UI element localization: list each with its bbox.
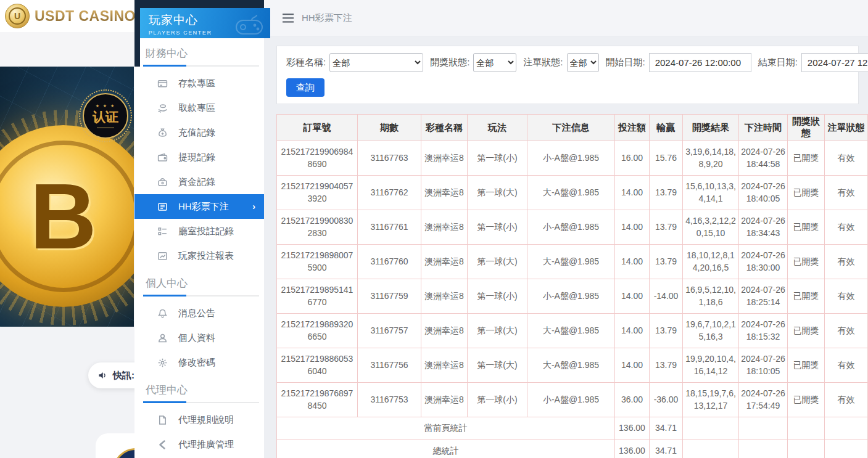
sidebar-item-label: 提現記錄: [178, 152, 215, 163]
card-icon: [157, 78, 168, 89]
summary-row: 總統計136.0034.71: [277, 440, 868, 458]
sidebar-item-withdraw-zone[interactable]: 取款專區: [134, 96, 264, 120]
summary-draw_result: [683, 417, 739, 440]
cell-order_status: 有效: [825, 279, 868, 314]
summary-label: 總統計: [277, 440, 615, 458]
table-row: 215217219900830283031167761澳洲幸运8第一球(小)小-…: [277, 210, 868, 245]
lottery-name-label: 彩種名稱:: [286, 57, 326, 68]
end-date-input[interactable]: [801, 53, 868, 72]
sidebar-item-withdraw-records[interactable]: 提現記錄: [134, 145, 264, 170]
news-ticker-label: 快訊:: [113, 370, 134, 382]
order-status-select[interactable]: 全部: [567, 53, 599, 72]
section-title: 財務中心: [134, 38, 264, 65]
cell-bet_amount: 14.00: [615, 279, 650, 314]
cell-period: 31167760: [358, 245, 421, 279]
floating-service-widget[interactable]: [96, 433, 134, 458]
logo-text: USDT CASINO: [35, 8, 134, 25]
cell-draw_result: 19,9,20,10,4,16,14,12: [683, 348, 739, 383]
cell-order_status: 有效: [825, 210, 868, 245]
sidebar-item-announcements[interactable]: 消息公告: [134, 301, 264, 325]
cell-bet_amount: 16.00: [615, 141, 650, 176]
sidebar-top-strip: [134, 0, 270, 8]
cell-lottery: 澳洲幸运8: [421, 383, 468, 417]
summary-bet_amount: 136.00: [615, 417, 650, 440]
sidebar-item-profile[interactable]: 個人資料: [134, 325, 264, 350]
user-icon: [157, 332, 168, 343]
column-header-order_status: 注單狀態: [825, 115, 868, 141]
sidebar-item-label: 資金記錄: [178, 176, 215, 188]
cell-draw_result: 15,6,10,13,3,4,14,1: [683, 176, 739, 210]
sidebar-item-room-bet-records[interactable]: 廳室投註記錄: [134, 219, 264, 243]
cell-period: 31167763: [358, 141, 421, 176]
sidebar-nav: 財務中心存款專區取款專區充值記錄提現記錄資金記錄HH彩票下注›廳室投註記錄玩家投…: [134, 38, 264, 457]
cell-win_loss: 13.79: [650, 348, 683, 383]
gear-icon: [157, 357, 168, 368]
sidebar-item-funds-records[interactable]: 資金記錄: [134, 170, 264, 194]
cell-play: 第一球(小): [468, 210, 527, 245]
cell-draw_status: 已開獎: [788, 141, 825, 176]
cell-bet_amount: 14.00: [615, 176, 650, 210]
sidebar-item-agent-promotion[interactable]: 代理推廣管理: [134, 432, 264, 457]
cell-draw_result: 18,10,12,8,14,20,16,5: [683, 245, 739, 279]
summary-bet_time: [739, 417, 788, 440]
cell-bet_amount: 36.00: [615, 383, 650, 417]
cell-play: 第一球(大): [468, 314, 527, 348]
cell-draw_status: 已開獎: [788, 383, 825, 417]
section-title: 代理中心: [134, 375, 264, 402]
cell-win_loss: 13.79: [650, 245, 683, 279]
column-header-period: 期數: [358, 115, 421, 141]
certification-badge: ★ ★ ★ 认证: [79, 89, 132, 142]
cell-draw_status: 已開獎: [788, 348, 825, 383]
cell-period: 31167757: [358, 314, 421, 348]
news-ticker[interactable]: 快訊:: [88, 362, 134, 388]
cell-bet_time: 2024-07-26 18:10:05: [739, 348, 788, 383]
draw-status-select[interactable]: 全部: [473, 53, 516, 72]
usdt-coin-icon: U: [5, 4, 30, 28]
lottery-name-select[interactable]: 全部: [329, 53, 423, 72]
cell-order_no: 2152172198951416770: [277, 279, 358, 314]
table-header-row: 訂單號期數彩種名稱玩法下注信息投注額輸贏開獎結果下注時間開獎狀態注單狀態: [277, 115, 868, 141]
cell-win_loss: 13.79: [650, 176, 683, 210]
table-row: 215217219898007590031167760澳洲幸运8第一球(大)大-…: [277, 245, 868, 279]
sidebar-item-recharge-records[interactable]: 充值記錄: [134, 120, 264, 145]
cell-lottery: 澳洲幸运8: [421, 348, 468, 383]
sidebar-item-deposit-zone[interactable]: 存款專區: [134, 71, 264, 96]
column-header-bet_time: 下注時間: [739, 115, 788, 141]
menu-toggle-icon[interactable]: [283, 14, 294, 23]
section-underline: [143, 295, 259, 296]
badge-text: 认证: [93, 108, 118, 126]
cell-order_status: 有效: [825, 383, 868, 417]
table-row: 215217219906984869031167763澳洲幸运8第一球(小)小-…: [277, 141, 868, 176]
column-header-play: 玩法: [468, 115, 527, 141]
bitcoin-coin-graphic: B: [0, 125, 134, 307]
cell-bet_info: 小-A盤@1.985: [527, 279, 615, 314]
cell-bet_info: 小-A盤@1.985: [527, 383, 615, 417]
cell-bet_amount: 14.00: [615, 245, 650, 279]
search-button[interactable]: 查詢: [286, 78, 324, 97]
main-area: HH彩票下注 彩種名稱: 全部 開獎狀態: 全部 注單狀態: 全部: [264, 0, 868, 458]
chart-icon: [157, 250, 168, 261]
cell-win_loss: 15.76: [650, 141, 683, 176]
cell-play: 第一球(大): [468, 348, 527, 383]
start-date-input[interactable]: [649, 53, 751, 72]
sidebar-item-agent-rules[interactable]: 代理規則說明: [134, 407, 264, 432]
cell-lottery: 澳洲幸运8: [421, 314, 468, 348]
summary-win_loss: 34.71: [650, 440, 683, 458]
cell-bet_time: 2024-07-26 18:30:00: [739, 245, 788, 279]
gamepad-icon: [233, 12, 265, 38]
cell-play: 第一球(小): [468, 383, 527, 417]
page-title: HH彩票下注: [302, 12, 352, 24]
sidebar-item-change-password[interactable]: 修改密碼: [134, 350, 264, 375]
cell-draw_result: 16,9,5,12,10,1,18,6: [683, 279, 739, 314]
cell-bet_info: 小-A盤@1.985: [527, 210, 615, 245]
cell-win_loss: -36.00: [650, 383, 683, 417]
site-logo[interactable]: U USDT CASINO: [0, 0, 134, 32]
start-date-label: 開始日期:: [606, 57, 645, 68]
cell-order_status: 有效: [825, 176, 868, 210]
sidebar-item-hh-lottery-bets[interactable]: HH彩票下注›: [134, 194, 264, 219]
table-row: 215217219889320665031167757澳洲幸运8第一球(大)大-…: [277, 314, 868, 348]
cell-draw_result: 18,15,19,7,6,13,12,17: [683, 383, 739, 417]
sidebar-item-player-bet-report[interactable]: 玩家投注報表: [134, 243, 264, 268]
summary-label: 當前頁統計: [277, 417, 615, 440]
cell-order_no: 2152172198768978450: [277, 383, 358, 417]
